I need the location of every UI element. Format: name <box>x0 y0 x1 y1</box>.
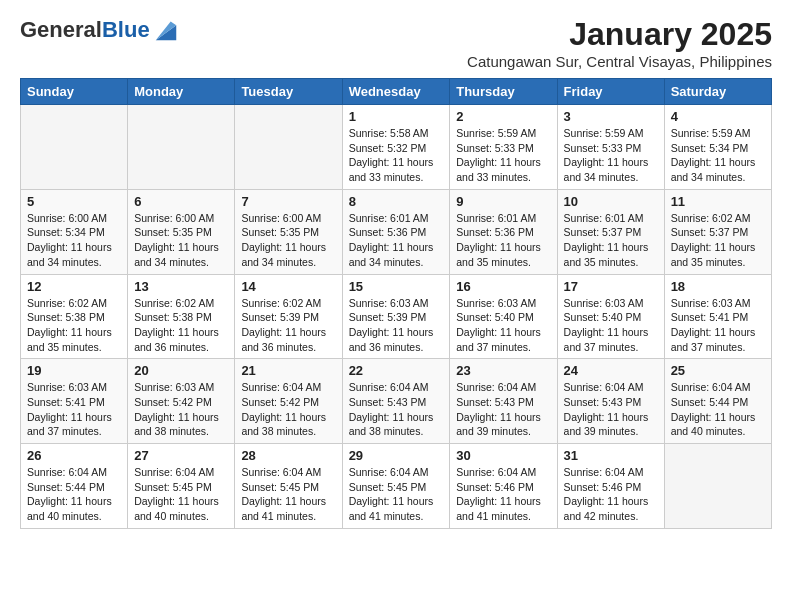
sunset-text: Sunset: 5:43 PM <box>456 396 534 408</box>
calendar-cell: 3Sunrise: 5:59 AMSunset: 5:33 PMDaylight… <box>557 105 664 190</box>
sunset-text: Sunset: 5:35 PM <box>241 226 319 238</box>
day-info: Sunrise: 6:03 AMSunset: 5:42 PMDaylight:… <box>134 380 228 439</box>
day-number: 26 <box>27 448 121 463</box>
sunrise-text: Sunrise: 6:04 AM <box>564 466 644 478</box>
sunrise-text: Sunrise: 6:04 AM <box>671 381 751 393</box>
logo-general-text: General <box>20 17 102 42</box>
day-number: 10 <box>564 194 658 209</box>
daylight-text: Daylight: 11 hours and 41 minutes. <box>241 495 326 522</box>
day-number: 29 <box>349 448 444 463</box>
sunrise-text: Sunrise: 6:01 AM <box>349 212 429 224</box>
day-number: 1 <box>349 109 444 124</box>
sunrise-text: Sunrise: 6:04 AM <box>134 466 214 478</box>
sunrise-text: Sunrise: 5:59 AM <box>456 127 536 139</box>
calendar-cell <box>21 105 128 190</box>
sunset-text: Sunset: 5:37 PM <box>564 226 642 238</box>
day-info: Sunrise: 6:01 AMSunset: 5:36 PMDaylight:… <box>456 211 550 270</box>
day-info: Sunrise: 6:00 AMSunset: 5:35 PMDaylight:… <box>134 211 228 270</box>
sunset-text: Sunset: 5:40 PM <box>564 311 642 323</box>
calendar-cell: 2Sunrise: 5:59 AMSunset: 5:33 PMDaylight… <box>450 105 557 190</box>
day-number: 6 <box>134 194 228 209</box>
day-info: Sunrise: 6:04 AMSunset: 5:43 PMDaylight:… <box>349 380 444 439</box>
day-number: 18 <box>671 279 765 294</box>
calendar-cell: 4Sunrise: 5:59 AMSunset: 5:34 PMDaylight… <box>664 105 771 190</box>
day-number: 28 <box>241 448 335 463</box>
calendar-cell: 27Sunrise: 6:04 AMSunset: 5:45 PMDayligh… <box>128 444 235 529</box>
calendar-table: SundayMondayTuesdayWednesdayThursdayFrid… <box>20 78 772 529</box>
calendar-cell: 20Sunrise: 6:03 AMSunset: 5:42 PMDayligh… <box>128 359 235 444</box>
calendar-cell: 7Sunrise: 6:00 AMSunset: 5:35 PMDaylight… <box>235 189 342 274</box>
logo-icon <box>152 16 180 44</box>
daylight-text: Daylight: 11 hours and 37 minutes. <box>27 411 112 438</box>
sunset-text: Sunset: 5:33 PM <box>456 142 534 154</box>
calendar-cell <box>235 105 342 190</box>
day-info: Sunrise: 6:02 AMSunset: 5:37 PMDaylight:… <box>671 211 765 270</box>
daylight-text: Daylight: 11 hours and 39 minutes. <box>456 411 541 438</box>
weekday-header-sunday: Sunday <box>21 79 128 105</box>
sunset-text: Sunset: 5:36 PM <box>349 226 427 238</box>
page-subtitle: Catungawan Sur, Central Visayas, Philipp… <box>467 53 772 70</box>
sunset-text: Sunset: 5:43 PM <box>564 396 642 408</box>
page-header: GeneralBlue January 2025 Catungawan Sur,… <box>20 16 772 70</box>
sunset-text: Sunset: 5:46 PM <box>564 481 642 493</box>
daylight-text: Daylight: 11 hours and 33 minutes. <box>349 156 434 183</box>
weekday-header-friday: Friday <box>557 79 664 105</box>
daylight-text: Daylight: 11 hours and 34 minutes. <box>134 241 219 268</box>
sunset-text: Sunset: 5:39 PM <box>241 311 319 323</box>
sunrise-text: Sunrise: 6:03 AM <box>349 297 429 309</box>
calendar-week-2: 5Sunrise: 6:00 AMSunset: 5:34 PMDaylight… <box>21 189 772 274</box>
sunrise-text: Sunrise: 6:00 AM <box>27 212 107 224</box>
calendar-cell: 26Sunrise: 6:04 AMSunset: 5:44 PMDayligh… <box>21 444 128 529</box>
calendar-cell: 14Sunrise: 6:02 AMSunset: 5:39 PMDayligh… <box>235 274 342 359</box>
day-info: Sunrise: 6:03 AMSunset: 5:41 PMDaylight:… <box>671 296 765 355</box>
calendar-cell: 18Sunrise: 6:03 AMSunset: 5:41 PMDayligh… <box>664 274 771 359</box>
day-number: 24 <box>564 363 658 378</box>
sunset-text: Sunset: 5:41 PM <box>27 396 105 408</box>
weekday-header-thursday: Thursday <box>450 79 557 105</box>
calendar-cell: 17Sunrise: 6:03 AMSunset: 5:40 PMDayligh… <box>557 274 664 359</box>
calendar-cell: 5Sunrise: 6:00 AMSunset: 5:34 PMDaylight… <box>21 189 128 274</box>
day-number: 21 <box>241 363 335 378</box>
day-number: 30 <box>456 448 550 463</box>
sunset-text: Sunset: 5:37 PM <box>671 226 749 238</box>
sunset-text: Sunset: 5:40 PM <box>456 311 534 323</box>
sunrise-text: Sunrise: 6:02 AM <box>27 297 107 309</box>
logo-blue-text: Blue <box>102 17 150 42</box>
calendar-cell: 9Sunrise: 6:01 AMSunset: 5:36 PMDaylight… <box>450 189 557 274</box>
calendar-cell: 16Sunrise: 6:03 AMSunset: 5:40 PMDayligh… <box>450 274 557 359</box>
sunrise-text: Sunrise: 6:00 AM <box>134 212 214 224</box>
sunset-text: Sunset: 5:42 PM <box>134 396 212 408</box>
sunset-text: Sunset: 5:35 PM <box>134 226 212 238</box>
calendar-cell: 25Sunrise: 6:04 AMSunset: 5:44 PMDayligh… <box>664 359 771 444</box>
day-number: 8 <box>349 194 444 209</box>
calendar-cell: 31Sunrise: 6:04 AMSunset: 5:46 PMDayligh… <box>557 444 664 529</box>
daylight-text: Daylight: 11 hours and 36 minutes. <box>349 326 434 353</box>
day-number: 19 <box>27 363 121 378</box>
weekday-header-monday: Monday <box>128 79 235 105</box>
sunset-text: Sunset: 5:45 PM <box>241 481 319 493</box>
calendar-cell: 10Sunrise: 6:01 AMSunset: 5:37 PMDayligh… <box>557 189 664 274</box>
sunrise-text: Sunrise: 5:59 AM <box>564 127 644 139</box>
sunset-text: Sunset: 5:32 PM <box>349 142 427 154</box>
page-title: January 2025 <box>467 16 772 53</box>
day-info: Sunrise: 6:04 AMSunset: 5:43 PMDaylight:… <box>456 380 550 439</box>
day-info: Sunrise: 6:04 AMSunset: 5:44 PMDaylight:… <box>671 380 765 439</box>
calendar-cell: 1Sunrise: 5:58 AMSunset: 5:32 PMDaylight… <box>342 105 450 190</box>
sunrise-text: Sunrise: 6:04 AM <box>27 466 107 478</box>
day-number: 3 <box>564 109 658 124</box>
sunrise-text: Sunrise: 6:04 AM <box>564 381 644 393</box>
day-number: 23 <box>456 363 550 378</box>
sunrise-text: Sunrise: 5:58 AM <box>349 127 429 139</box>
sunset-text: Sunset: 5:46 PM <box>456 481 534 493</box>
day-info: Sunrise: 6:04 AMSunset: 5:45 PMDaylight:… <box>134 465 228 524</box>
daylight-text: Daylight: 11 hours and 34 minutes. <box>241 241 326 268</box>
day-number: 7 <box>241 194 335 209</box>
day-info: Sunrise: 5:59 AMSunset: 5:33 PMDaylight:… <box>456 126 550 185</box>
day-number: 9 <box>456 194 550 209</box>
sunrise-text: Sunrise: 6:03 AM <box>564 297 644 309</box>
day-info: Sunrise: 6:00 AMSunset: 5:35 PMDaylight:… <box>241 211 335 270</box>
sunrise-text: Sunrise: 6:03 AM <box>671 297 751 309</box>
daylight-text: Daylight: 11 hours and 34 minutes. <box>27 241 112 268</box>
day-number: 13 <box>134 279 228 294</box>
day-info: Sunrise: 6:01 AMSunset: 5:37 PMDaylight:… <box>564 211 658 270</box>
